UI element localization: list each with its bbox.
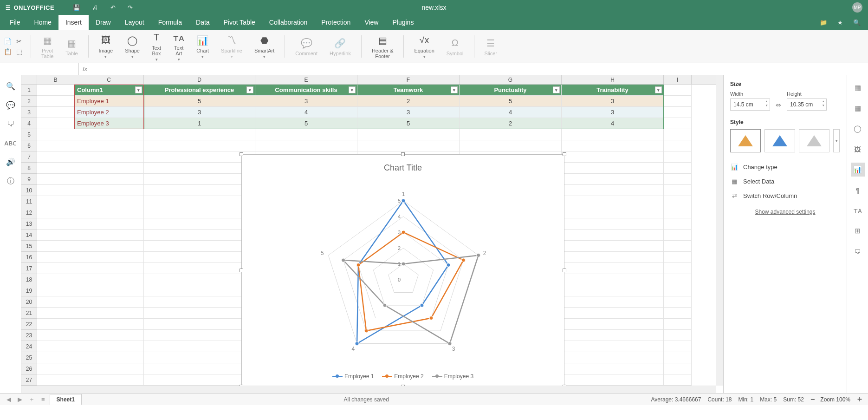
cell[interactable]: [144, 174, 255, 185]
cell[interactable]: [562, 330, 664, 341]
cell[interactable]: [37, 174, 74, 185]
menu-insert[interactable]: Insert: [58, 15, 89, 30]
row-header[interactable]: 19: [21, 285, 37, 296]
cell[interactable]: [37, 151, 74, 163]
menu-file[interactable]: File: [3, 15, 27, 30]
cell[interactable]: [144, 341, 255, 352]
cell[interactable]: [74, 207, 144, 218]
cell[interactable]: [664, 274, 692, 285]
cell[interactable]: [144, 330, 255, 341]
cell[interactable]: [37, 341, 74, 352]
cell[interactable]: [562, 207, 664, 218]
link-dimensions-icon[interactable]: ⇔: [776, 101, 781, 111]
legend-item[interactable]: Employee 1: [332, 373, 374, 380]
cell[interactable]: [74, 252, 144, 263]
cell[interactable]: [37, 129, 74, 140]
cell[interactable]: [144, 263, 255, 274]
ribbon-chart[interactable]: 📊Chart: [194, 34, 211, 59]
advanced-settings-link[interactable]: Show advanced settings: [730, 209, 840, 215]
cell[interactable]: [37, 263, 74, 274]
save-icon[interactable]: 💾: [73, 4, 80, 11]
cell[interactable]: [562, 174, 664, 185]
cell[interactable]: [144, 129, 255, 140]
row-header[interactable]: 16: [21, 252, 37, 263]
resize-handle[interactable]: [240, 152, 243, 156]
cell[interactable]: [255, 140, 357, 151]
cell[interactable]: [74, 196, 144, 207]
col-header[interactable]: D: [144, 75, 255, 84]
cell[interactable]: [664, 129, 692, 140]
cell[interactable]: [144, 319, 255, 330]
cell[interactable]: [144, 140, 255, 151]
cell[interactable]: [562, 374, 664, 386]
cell[interactable]: [144, 363, 255, 374]
row-header[interactable]: 20: [21, 296, 37, 308]
copy-icon[interactable]: 📄: [4, 38, 12, 45]
cell[interactable]: [74, 330, 144, 341]
cell[interactable]: 3: [255, 96, 357, 107]
row-header[interactable]: 4: [21, 118, 37, 129]
cell[interactable]: Employee 1: [74, 96, 144, 107]
cell[interactable]: [144, 218, 255, 230]
cell[interactable]: [74, 319, 144, 330]
row-header[interactable]: 18: [21, 274, 37, 285]
cell[interactable]: [74, 185, 144, 196]
cell[interactable]: [664, 140, 692, 151]
cell[interactable]: 4: [460, 107, 562, 118]
row-header[interactable]: 12: [21, 207, 37, 218]
cell[interactable]: [562, 185, 664, 196]
cell[interactable]: [144, 308, 255, 319]
name-box-input[interactable]: [3, 66, 76, 72]
cell[interactable]: [664, 252, 692, 263]
ribbon-headerfooter[interactable]: ▤Header & Footer: [370, 34, 395, 59]
cell[interactable]: [562, 196, 664, 207]
print-icon[interactable]: 🖨: [92, 4, 98, 11]
cell[interactable]: [37, 352, 74, 363]
cell[interactable]: [37, 118, 74, 129]
col-header[interactable]: B: [37, 75, 74, 84]
cell[interactable]: [74, 129, 144, 140]
cell[interactable]: Employee 2: [74, 107, 144, 118]
row-header[interactable]: 14: [21, 230, 37, 241]
sheet-prev-icon[interactable]: ◀: [5, 396, 13, 403]
cell[interactable]: [357, 129, 460, 140]
cell[interactable]: [562, 285, 664, 296]
cell[interactable]: [664, 107, 692, 118]
col-header[interactable]: C: [74, 75, 144, 84]
cell[interactable]: [74, 230, 144, 241]
cell[interactable]: [664, 85, 692, 96]
cell[interactable]: [664, 285, 692, 296]
rightbar-icon-0[interactable]: ▦: [851, 81, 865, 95]
style-thumb[interactable]: [799, 129, 829, 152]
add-sheet-icon[interactable]: ＋: [27, 395, 37, 404]
cell[interactable]: [37, 107, 74, 118]
cell[interactable]: [37, 85, 74, 96]
rightbar-icon-3[interactable]: 🖼: [851, 142, 865, 156]
menu-formula[interactable]: Formula: [151, 15, 189, 30]
cell[interactable]: 3: [562, 96, 664, 107]
cell[interactable]: 3: [357, 107, 460, 118]
column-headers[interactable]: BCDEFGHI: [21, 75, 723, 85]
cell[interactable]: [37, 374, 74, 386]
row-header[interactable]: 21: [21, 308, 37, 319]
cell[interactable]: [664, 207, 692, 218]
select-all-corner[interactable]: [21, 75, 37, 84]
filter-icon[interactable]: ▾: [553, 86, 560, 93]
cell[interactable]: [74, 296, 144, 308]
menu-pivot-table[interactable]: Pivot Table: [217, 15, 262, 30]
leftbar-icon-5[interactable]: ⓘ: [7, 177, 14, 186]
cell[interactable]: [664, 330, 692, 341]
col-header[interactable]: G: [460, 75, 562, 84]
cell[interactable]: [74, 285, 144, 296]
ribbon-textart[interactable]: ᴛᴀText Art: [171, 31, 186, 62]
filter-icon[interactable]: ▾: [655, 86, 662, 93]
rightbar-icon-5[interactable]: ¶: [851, 183, 865, 197]
cell[interactable]: [664, 196, 692, 207]
leftbar-icon-4[interactable]: 🔊: [6, 158, 15, 166]
cell[interactable]: Punctuality▾: [460, 85, 562, 96]
cell[interactable]: [74, 174, 144, 185]
cell[interactable]: [74, 352, 144, 363]
cell[interactable]: [562, 140, 664, 151]
menu-draw[interactable]: Draw: [89, 15, 118, 30]
legend-item[interactable]: Employee 2: [382, 373, 423, 380]
